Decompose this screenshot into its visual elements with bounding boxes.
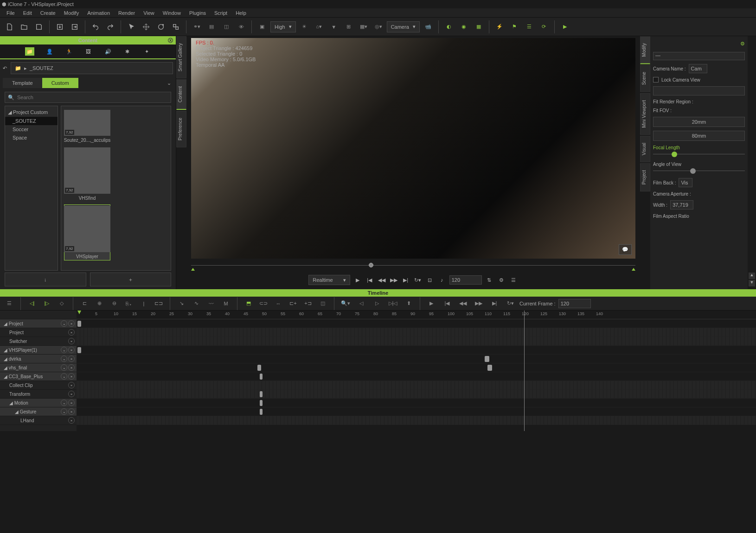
clip-add-icon[interactable]: ⊕ xyxy=(93,297,106,310)
camera-dropdown[interactable]: Camera▾ xyxy=(387,21,420,32)
menu-modify[interactable]: Modify xyxy=(60,9,83,17)
timeline-track[interactable]: Collect Clip× xyxy=(0,381,77,390)
ease-icon[interactable]: ↘ xyxy=(175,297,188,310)
camera-icon[interactable]: 📹 xyxy=(422,20,435,33)
animation-tab-icon[interactable]: 🏃 xyxy=(65,47,73,56)
pan-icon[interactable]: ⊞ xyxy=(342,20,355,33)
align-icon[interactable]: ▤ xyxy=(205,20,218,33)
tl-end-icon[interactable]: ▶| xyxy=(488,297,501,310)
up-icon[interactable]: ▲ xyxy=(749,273,755,279)
curve-icon[interactable]: ⟳ xyxy=(538,20,551,33)
frame-field[interactable] xyxy=(449,275,482,285)
aperture-width-field[interactable] xyxy=(670,200,693,209)
side-tab-content[interactable]: Content xyxy=(176,79,186,110)
custom-tab[interactable]: Custom xyxy=(42,78,78,88)
timeline-ruler[interactable]: 5101520253035404550556065707580859095100… xyxy=(77,311,756,319)
undo-icon[interactable] xyxy=(89,20,102,33)
content-thumb[interactable]: 7,92Soutez_20...,_acculips xyxy=(64,109,110,144)
import-icon[interactable] xyxy=(53,20,66,33)
link-icon[interactable]: ⚭▾ xyxy=(190,20,203,33)
menu-animation[interactable]: Animation xyxy=(83,9,114,17)
fastforward-icon[interactable]: ▶▶ xyxy=(389,275,398,285)
down-icon[interactable]: ▼ xyxy=(749,280,755,286)
split-icon[interactable]: | xyxy=(137,297,150,310)
content-thumb[interactable]: 7,92VHSplayer xyxy=(64,204,110,260)
menu-help[interactable]: Help xyxy=(232,9,250,17)
focal-80mm-button[interactable]: 80mm xyxy=(653,131,745,141)
remove-track-icon[interactable]: × xyxy=(68,355,75,362)
gear-icon[interactable]: ⚙ xyxy=(497,275,506,285)
timeline-track[interactable]: ◢ vhs_final⌄× xyxy=(0,363,77,372)
center-icon[interactable]: ▷|◁ xyxy=(386,297,399,310)
key-toggle-icon[interactable]: ◇ xyxy=(55,297,68,310)
zoom-extent-icon[interactable]: ▼ xyxy=(327,20,340,33)
media-tab-icon[interactable]: ✱ xyxy=(123,47,132,56)
filmback-field[interactable] xyxy=(679,178,692,187)
fit-icon[interactable]: ↔ xyxy=(272,297,285,310)
select-tool-icon[interactable] xyxy=(125,20,138,33)
menu-file[interactable]: File xyxy=(3,9,19,17)
expand-icon[interactable]: ⌄ xyxy=(61,408,67,415)
side-tab-smart-gallery[interactable]: Smart Gallery xyxy=(176,36,186,78)
timeline-track[interactable]: ◢ Motion⌄× xyxy=(0,399,77,407)
timeline-track[interactable]: Project× xyxy=(0,328,77,337)
zoom-icon[interactable]: 🔍▾ xyxy=(339,297,352,310)
menu-window[interactable]: Window xyxy=(159,9,185,17)
expand-icon[interactable]: ⌄ xyxy=(61,373,67,380)
expand-icon[interactable]: ⌄ xyxy=(61,400,67,406)
side-tab-preference[interactable]: Preference xyxy=(176,111,186,147)
look-at-icon[interactable]: 👁 xyxy=(235,20,248,33)
remove-track-icon[interactable]: × xyxy=(68,417,75,424)
home-icon[interactable]: ⌂▾ xyxy=(313,20,326,33)
list-icon[interactable]: ☰ xyxy=(509,275,518,285)
flag-icon[interactable]: ⚑ xyxy=(508,20,521,33)
timeline-track[interactable]: ◢ Gesture⌄× xyxy=(0,407,77,416)
redo-icon[interactable] xyxy=(104,20,117,33)
timeline-area[interactable]: 5101520253035404550556065707580859095100… xyxy=(77,311,756,431)
gi-icon[interactable]: ◐ xyxy=(442,20,455,33)
timeline-track[interactable]: ◢ Project⌄× xyxy=(0,319,77,328)
curve-icon[interactable]: ∿ xyxy=(190,297,203,310)
gi-cache-icon[interactable]: ◉ xyxy=(457,20,470,33)
snap2-icon[interactable]: ◫ xyxy=(316,297,329,310)
m-icon[interactable]: M xyxy=(219,297,232,310)
comment-icon[interactable]: 💬 xyxy=(619,244,632,255)
remove-track-icon[interactable]: × xyxy=(68,391,75,397)
remove-track-icon[interactable]: × xyxy=(68,347,75,353)
menu-plugins[interactable]: Plugins xyxy=(186,9,210,17)
stepper-icon[interactable]: ⇅ xyxy=(485,275,494,285)
rotate-tool-icon[interactable] xyxy=(154,20,167,33)
play-icon[interactable]: ▶ xyxy=(353,275,362,285)
effect-tab-icon[interactable]: ✦ xyxy=(143,47,151,56)
shader-icon[interactable]: ▣ xyxy=(256,20,269,33)
menu-render[interactable]: Render xyxy=(115,9,139,17)
back-icon[interactable]: ↶ xyxy=(3,65,7,71)
viewport[interactable]: FPS : 0. Project Triangle : 424659 Selec… xyxy=(191,38,635,259)
motion-icon[interactable]: ⚡ xyxy=(493,20,506,33)
menu-view[interactable]: View xyxy=(140,9,158,17)
playback-mode-dropdown[interactable]: Realtime▾ xyxy=(308,275,350,285)
tree-item[interactable]: _SOUTEZ xyxy=(5,117,58,125)
audio-tab-icon[interactable]: 🔊 xyxy=(104,47,112,56)
tl-loop-icon[interactable]: ↻▾ xyxy=(504,297,517,310)
render-icon[interactable]: ▶ xyxy=(558,20,571,33)
chevron-down-icon[interactable]: ⌄ xyxy=(167,80,171,86)
current-frame-field[interactable] xyxy=(558,299,591,308)
scene-tab-icon[interactable]: 🖼 xyxy=(84,47,93,56)
menu-create[interactable]: Create xyxy=(37,9,59,17)
loop-icon[interactable]: ↻▾ xyxy=(413,275,423,285)
lock-camera-checkbox[interactable] xyxy=(653,77,659,82)
actor-tab-icon[interactable]: 👤 xyxy=(45,47,54,56)
curve2-icon[interactable]: 〰 xyxy=(205,297,218,310)
remove-track-icon[interactable]: × xyxy=(68,364,75,371)
expand-icon[interactable]: ⌄ xyxy=(61,347,67,353)
list-icon[interactable]: ☰ xyxy=(523,20,536,33)
move-tool-icon[interactable] xyxy=(140,20,153,33)
tl-rew-icon[interactable]: ◀◀ xyxy=(456,297,469,310)
angle-of-view-slider[interactable] xyxy=(653,168,745,174)
breadcrumb[interactable]: 📁▸_SOUTEZ xyxy=(11,62,173,74)
template-tab[interactable]: Template xyxy=(3,78,42,88)
audio-icon[interactable]: ♪ xyxy=(437,275,447,285)
timeline-track[interactable]: Switcher× xyxy=(0,337,77,346)
remove-track-icon[interactable]: × xyxy=(68,338,75,344)
